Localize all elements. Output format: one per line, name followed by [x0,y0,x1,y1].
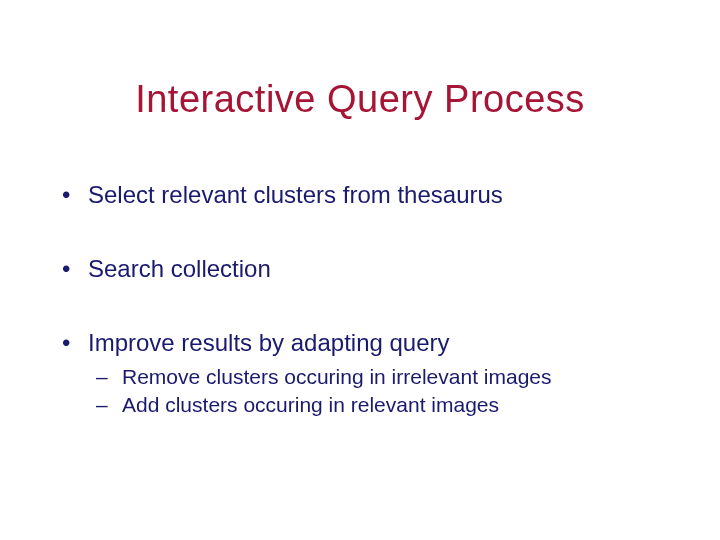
slide-title: Interactive Query Process [0,78,720,121]
bullet-item: Improve results by adapting query Remove… [58,328,680,419]
sub-bullet-text: Add clusters occuring in relevant images [122,393,499,416]
sub-bullet-text: Remove clusters occuring in irrelevant i… [122,365,552,388]
bullet-item: Select relevant clusters from thesaurus [58,180,680,210]
bullet-item: Search collection [58,254,680,284]
slide-body: Select relevant clusters from thesaurus … [58,180,680,419]
sub-bullet-item: Add clusters occuring in relevant images [88,392,680,418]
bullet-list: Select relevant clusters from thesaurus … [58,180,680,419]
sub-bullet-list: Remove clusters occuring in irrelevant i… [88,364,680,419]
bullet-text: Search collection [88,255,271,282]
sub-bullet-item: Remove clusters occuring in irrelevant i… [88,364,680,390]
bullet-text: Improve results by adapting query [88,329,450,356]
bullet-text: Select relevant clusters from thesaurus [88,181,503,208]
slide: Interactive Query Process Select relevan… [0,0,720,540]
